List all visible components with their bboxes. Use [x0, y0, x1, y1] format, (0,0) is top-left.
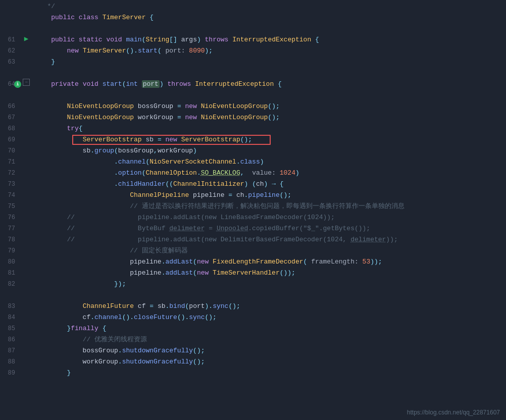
line-number: 89: [0, 368, 19, 379]
line-content: cf.channel().closeFuture().sync();: [33, 312, 506, 323]
line-number: 68: [0, 123, 19, 134]
code-line: 82 });: [0, 279, 506, 290]
code-line: 87 bossGroup.shutdownGracefully();: [0, 345, 506, 356]
code-line: */: [0, 1, 506, 12]
code-line: 86 // 优雅关闭线程资源: [0, 334, 506, 345]
line-number: 72: [0, 168, 19, 179]
line-content: .childHandler((ChannelInitializer) (ch) …: [33, 179, 506, 190]
code-line: 80 pipeline.addLast(new FixedLengthFrame…: [0, 256, 506, 268]
line-content: ServerBootstrap sb = new ServerBootstrap…: [33, 134, 506, 145]
line-number: 74: [0, 190, 19, 201]
line-number: 82: [0, 279, 19, 290]
code-line: 84 cf.channel().closeFuture().sync();: [0, 312, 506, 323]
line-content: pipeline.addLast(new FixedLengthFrameDec…: [33, 256, 506, 268]
line-content: ChannelPipeline pipeline = ch.pipeline()…: [33, 190, 506, 201]
code-line: 66 NioEventLoopGroup bossGroup = new Nio…: [0, 101, 506, 112]
code-line: 85 }finally {: [0, 323, 506, 334]
line-number: 79: [0, 245, 19, 256]
line-number: 81: [0, 268, 19, 279]
code-line: [0, 23, 506, 34]
line-number: 63: [0, 57, 19, 68]
line-number: 61: [0, 34, 19, 45]
line-content: }: [33, 57, 506, 68]
code-line: 61▶ public static void main(String[] arg…: [0, 34, 506, 45]
code-line: 83 ChannelFuture cf = sb.bind(port).sync…: [0, 301, 506, 312]
code-line: 63 }: [0, 57, 506, 68]
line-content: pipeline.addLast(new TimeServerHandler()…: [33, 268, 506, 279]
line-number: 69: [0, 134, 19, 145]
code-line: 79 // 固定长度解码器: [0, 245, 506, 256]
code-line: 73 .childHandler((ChannelInitializer) (c…: [0, 179, 506, 190]
line-content: public static void main(String[] args) t…: [33, 34, 506, 45]
line-number: 87: [0, 345, 19, 356]
line-number: 85: [0, 323, 19, 334]
gutter: ▶: [19, 34, 33, 43]
line-content: // 固定长度解码器: [33, 245, 506, 256]
line-content: public class TimerServer {: [33, 12, 506, 23]
line-number: 77: [0, 223, 19, 234]
line-content: .option(ChannelOption.SO_BACKLOG, value:…: [33, 168, 506, 179]
line-number: 70: [0, 145, 19, 156]
line-content: // 通过是否以换行符结果进行判断，解决粘包问题，即每遇到一条换行符算作一条单独…: [33, 201, 506, 212]
line-number: 75: [0, 201, 19, 212]
code-line: 69 ServerBootstrap sb = new ServerBootst…: [0, 134, 506, 145]
code-line: [0, 90, 506, 101]
line-content: // 优雅关闭线程资源: [33, 334, 506, 345]
line-content: workGroup.shutdownGracefully();: [33, 356, 506, 368]
line-content: try{: [33, 123, 506, 134]
code-line: 67 NioEventLoopGroup workGroup = new Nio…: [0, 112, 506, 123]
code-line: 71 .channel(NioServerSocketChannel.class…: [0, 156, 506, 168]
line-number: 73: [0, 179, 19, 190]
code-container: */ public class TimerServer {61▶ public …: [0, 0, 506, 420]
line-content: }: [33, 368, 506, 379]
code-line: 62 new TimerServer().start( port: 8090);: [0, 45, 506, 57]
code-line: 76 // pipeline.addLast(new LineBasedFram…: [0, 212, 506, 223]
line-content: .channel(NioServerSocketChannel.class): [33, 156, 506, 168]
gutter: −: [19, 79, 33, 86]
line-content: new TimerServer().start( port: 8090);: [33, 45, 506, 57]
line-number: 86: [0, 334, 19, 345]
line-content: // ByteBuf delimeter = Unpooled.copiedBu…: [33, 223, 506, 234]
line-content: ChannelFuture cf = sb.bind(port).sync();: [33, 301, 506, 312]
line-number: 88: [0, 356, 19, 368]
code-line: 77 // ByteBuf delimeter = Unpooled.copie…: [0, 223, 506, 234]
info-badge-icon: i: [14, 81, 21, 88]
line-content: NioEventLoopGroup workGroup = new NioEve…: [33, 112, 506, 123]
code-line: 75 // 通过是否以换行符结果进行判断，解决粘包问题，即每遇到一条换行符算作一…: [0, 201, 506, 212]
line-number: 76: [0, 212, 19, 223]
code-line: 70 sb.group(bossGroup,workGroup): [0, 145, 506, 156]
line-number: 78: [0, 234, 19, 245]
code-line: 88 workGroup.shutdownGracefully();: [0, 356, 506, 368]
code-line: 89 }: [0, 368, 506, 379]
line-content: });: [33, 279, 506, 290]
line-content: }finally {: [33, 323, 506, 334]
fold-icon[interactable]: −: [23, 79, 30, 86]
line-number: 67: [0, 112, 19, 123]
line-content: */: [33, 1, 506, 12]
code-line: 74 ChannelPipeline pipeline = ch.pipelin…: [0, 190, 506, 201]
line-content: NioEventLoopGroup bossGroup = new NioEve…: [33, 101, 506, 112]
code-line: [0, 68, 506, 79]
line-number: 84: [0, 312, 19, 323]
code-line: 78 // pipeline.addLast(new DelimiterBase…: [0, 234, 506, 245]
line-content: // pipeline.addLast(new DelimiterBasedFr…: [33, 234, 506, 245]
run-icon[interactable]: ▶: [24, 34, 28, 43]
code-line: public class TimerServer {: [0, 12, 506, 23]
line-content: bossGroup.shutdownGracefully();: [33, 345, 506, 356]
line-number: 71: [0, 156, 19, 168]
line-number: 62: [0, 45, 19, 57]
code-line: 68 try{: [0, 123, 506, 134]
watermark: https://blog.csdn.net/qq_22871607: [407, 409, 500, 416]
line-number: 80: [0, 256, 19, 268]
line-content: private void start(int port) throws Inte…: [33, 79, 506, 90]
code-line: 72 .option(ChannelOption.SO_BACKLOG, val…: [0, 168, 506, 179]
line-number: 83: [0, 301, 19, 312]
code-line: 64− private void start(int port) throws …: [0, 79, 506, 90]
line-content: sb.group(bossGroup,workGroup): [33, 145, 506, 156]
line-number: 66: [0, 101, 19, 112]
line-content: // pipeline.addLast(new LineBasedFrameDe…: [33, 212, 506, 223]
code-line: [0, 290, 506, 301]
code-line: 81 pipeline.addLast(new TimeServerHandle…: [0, 268, 506, 279]
